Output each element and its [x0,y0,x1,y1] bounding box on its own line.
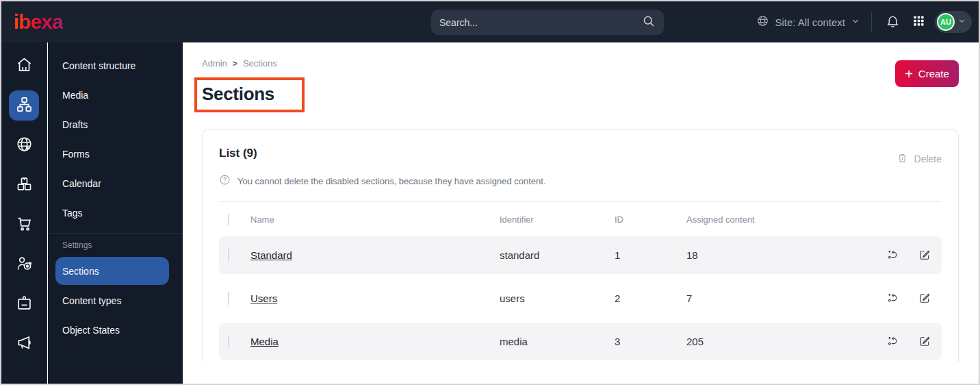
ibexa-admin-screen: ibexa Site: All context [0,0,980,385]
annotation-highlight-box: Sections [194,77,305,112]
search-bar[interactable] [431,10,664,35]
table-row: Users users 2 7 [219,280,942,317]
page-title: Sections [202,84,274,105]
commerce-cart-icon [15,214,34,235]
create-button[interactable]: + Create [895,60,959,87]
rail-item-commerce[interactable] [9,210,39,240]
assign-content-icon [886,334,899,349]
search-input[interactable] [439,17,642,28]
bell-icon [886,14,900,30]
table-row: Standard standard 1 18 [219,236,942,274]
row-checkbox[interactable] [228,249,229,262]
assign-content-button[interactable] [885,247,901,264]
rail-item-dashboard[interactable] [9,51,39,81]
table-header-row: Name Identifier ID Assigned content [219,202,942,236]
menu-settings-header: Settings [48,240,183,250]
section-id: 1 [615,249,686,261]
help-icon [219,174,231,188]
list-help-text: You cannot delete the disabled sections,… [237,176,546,186]
icon-rail [1,42,47,385]
user-menu[interactable]: AU [935,11,972,33]
section-assigned-count: 205 [686,336,885,347]
trash-icon [897,152,908,166]
assign-content-icon [886,248,899,263]
rail-item-marketing[interactable] [9,329,39,359]
chevron-down-icon [957,16,966,28]
app-switcher-button[interactable] [910,12,928,32]
rail-item-corporate[interactable] [9,289,39,319]
menu-item-media[interactable]: Media [48,80,183,110]
menu-item-content-structure[interactable]: Content structure [48,51,183,80]
delete-button-label: Delete [914,153,942,164]
section-name-link[interactable]: Users [250,293,277,304]
breadcrumb: Admin > Sections [202,58,959,69]
avatar: AU [937,13,955,31]
notifications-button[interactable] [883,11,903,33]
assign-content-icon [886,291,899,306]
assign-content-button[interactable] [885,333,901,351]
section-identifier: users [500,293,615,304]
list-title: List (9) [219,147,257,160]
rail-item-customers[interactable] [9,249,39,280]
column-header-name: Name [250,214,500,225]
sections-table: Name Identifier ID Assigned content Stan… [219,201,942,360]
breadcrumb-admin[interactable]: Admin [202,58,227,69]
ibexa-logo[interactable]: ibexa [14,10,63,34]
assign-content-button[interactable] [885,290,901,308]
select-all-checkbox[interactable] [228,214,229,225]
menu-item-content-types[interactable]: Content types [55,286,169,314]
section-name-link[interactable]: Standard [250,249,292,261]
row-checkbox[interactable] [228,292,229,305]
globe-icon [756,14,769,29]
breadcrumb-sections[interactable]: Sections [243,58,277,69]
app-grid-icon [912,14,925,29]
site-icon [15,135,34,156]
menu-item-sections[interactable]: Sections [55,257,169,285]
edit-button[interactable] [917,290,933,308]
content-structure-icon [15,95,34,116]
edit-icon [918,248,931,263]
column-header-identifier: Identifier [500,214,615,225]
home-icon [15,55,34,76]
delete-button[interactable]: Delete [897,152,942,166]
topbar-actions: Site: All context [756,1,972,42]
main-content: Admin > Sections + Create Sections List … [183,42,980,385]
edit-button[interactable] [917,333,933,351]
rail-item-content[interactable] [9,90,39,121]
topbar-divider [871,12,872,32]
menu-item-object-states[interactable]: Object States [55,316,169,344]
menu-item-calendar[interactable]: Calendar [48,169,183,198]
menu-divider [48,233,183,234]
edit-icon [918,334,931,349]
menu-item-forms[interactable]: Forms [48,139,183,169]
section-id: 3 [615,336,686,347]
breadcrumb-separator: > [233,59,237,69]
column-header-assigned-content: Assigned content [686,214,885,225]
search-icon[interactable] [642,14,656,31]
sections-list-card: List (9) Delete You cannot delete [202,129,959,362]
section-name-link[interactable]: Media [250,336,279,347]
section-identifier: standard [500,249,615,261]
section-assigned-count: 18 [686,249,885,261]
rail-item-product-catalog[interactable] [9,170,39,200]
section-assigned-count: 7 [686,293,885,304]
edit-button[interactable] [917,247,933,264]
menu-item-drafts[interactable]: Drafts [48,110,183,139]
site-context-label: Site: All context [775,16,845,28]
side-menu: Content structure Media Drafts Forms Cal… [48,42,183,385]
site-context-selector[interactable]: Site: All context [756,14,860,29]
plus-icon: + [905,67,913,81]
rail-item-site[interactable] [9,130,39,160]
customer-target-icon [15,254,34,275]
top-bar: ibexa Site: All context [1,1,979,42]
row-checkbox[interactable] [228,335,229,348]
create-button-label: Create [918,68,949,79]
column-header-id: ID [615,214,686,225]
marketing-megaphone-icon [15,334,34,354]
section-identifier: media [500,336,615,347]
edit-icon [918,291,931,306]
product-catalog-icon [15,175,34,195]
chevron-down-icon [851,16,860,28]
menu-item-tags[interactable]: Tags [48,198,183,227]
corporate-badge-icon [15,294,34,314]
